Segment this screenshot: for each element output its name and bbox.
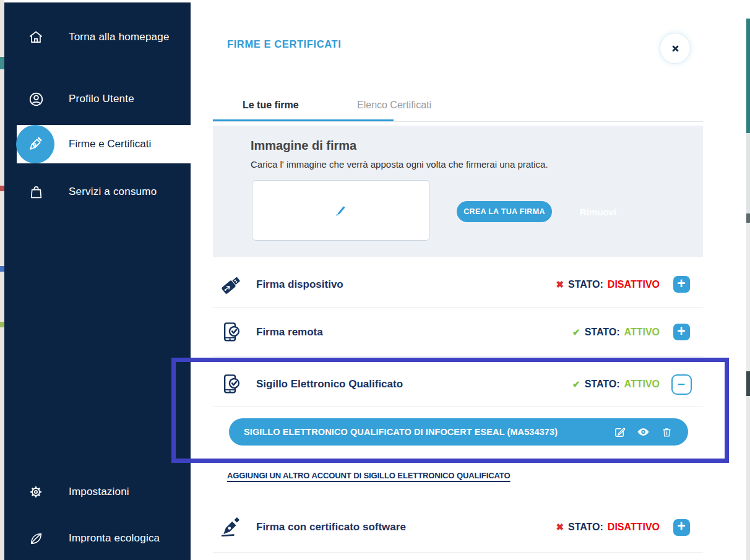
status-x-icon: ✖ bbox=[556, 279, 564, 290]
signature-preview-box[interactable] bbox=[252, 180, 430, 241]
collapse-sigillo-button[interactable]: − bbox=[671, 374, 692, 395]
status-badge: ✔ STATO: ATTIVO bbox=[572, 327, 660, 338]
signature-image-title: Immagine di firma bbox=[251, 139, 356, 153]
aggiungi-account-link[interactable]: AGGIUNGI UN ALTRO ACCOUNT DI SIGILLO ELE… bbox=[227, 471, 510, 480]
signature-row-certificato-software: Firma con certificato software ✖ STATO: … bbox=[213, 502, 703, 553]
row-label: Firma con certificato software bbox=[256, 521, 406, 533]
software-pen-icon bbox=[218, 514, 244, 541]
pen-nib-icon bbox=[27, 136, 44, 153]
eye-icon[interactable] bbox=[637, 426, 650, 439]
page-title: FIRME E CERTIFICATI bbox=[227, 38, 341, 50]
page-edge-right bbox=[746, 0, 750, 560]
status-badge: ✖ STATO: DISATTIVO bbox=[556, 522, 660, 533]
status-check-icon: ✔ bbox=[572, 327, 580, 338]
status-prefix: STATO: bbox=[568, 279, 603, 290]
status-value: DISATTIVO bbox=[608, 279, 660, 290]
signature-row-firma-remota: Firma remota ✔ STATO: ATTIVO + bbox=[213, 308, 703, 357]
sidebar-item-impostazioni[interactable]: Impostazioni bbox=[4, 480, 191, 504]
signature-image-panel: Immagine di firma Carica l' immagine che… bbox=[213, 126, 703, 257]
leaf-icon bbox=[27, 529, 45, 548]
expand-firma-dispositivo-button[interactable]: + bbox=[673, 276, 690, 293]
firme-certificati-screen: Torna alla homepage Profilo Utente Firme… bbox=[0, 0, 750, 560]
status-prefix: STATO: bbox=[585, 379, 620, 390]
sidebar-item-label: Profilo Utente bbox=[69, 93, 134, 105]
gear-icon bbox=[27, 483, 45, 501]
status-prefix: STATO: bbox=[568, 522, 603, 533]
signature-row-sigillo: Sigillo Elettronico Qualificato ✔ STATO:… bbox=[213, 362, 703, 407]
status-check-icon: ✔ bbox=[572, 379, 580, 390]
rimuovi-button[interactable]: Rimuovi bbox=[569, 201, 627, 222]
sidebar-item-label: Impostazioni bbox=[69, 486, 129, 498]
status-value: ATTIVO bbox=[624, 327, 660, 338]
usb-key-icon bbox=[218, 271, 244, 298]
row-label: Firma remota bbox=[256, 326, 323, 338]
home-icon bbox=[27, 28, 45, 46]
sidebar-item-impronta[interactable]: Impronta ecologica bbox=[4, 526, 191, 551]
sidebar-item-homepage[interactable]: Torna alla homepage bbox=[4, 25, 191, 50]
crea-la-tua-firma-button[interactable]: CREA LA TUA FIRMA bbox=[457, 201, 552, 222]
sidebar-item-label: Torna alla homepage bbox=[69, 31, 170, 43]
sidebar-item-label: Impronta ecologica bbox=[69, 532, 160, 545]
signature-image-description: Carica l' immagine che verrà apposta ogn… bbox=[251, 159, 548, 170]
phone-check-icon bbox=[218, 371, 244, 398]
sidebar-item-profilo[interactable]: Profilo Utente bbox=[4, 87, 191, 111]
status-badge: ✔ STATO: ATTIVO bbox=[572, 379, 660, 390]
edit-icon[interactable] bbox=[613, 426, 626, 439]
sigillo-account-label: SIGILLO ELETTRONICO QUALIFICATO DI INFOC… bbox=[244, 427, 558, 437]
sidebar-item-label: Servizi a consumo bbox=[69, 186, 157, 198]
user-icon bbox=[27, 90, 45, 108]
tabs-divider bbox=[213, 121, 703, 122]
signature-row-firma-dispositivo: Firma dispositivo ✖ STATO: DISATTIVO + bbox=[213, 262, 703, 308]
phone-check-icon bbox=[218, 319, 244, 346]
sidebar-item-firme-label[interactable]: Firme e Certificati bbox=[69, 125, 151, 163]
status-value: DISATTIVO bbox=[608, 522, 660, 533]
status-x-icon: ✖ bbox=[556, 522, 564, 533]
signature-pen-icon bbox=[334, 203, 348, 218]
close-button[interactable] bbox=[660, 33, 691, 64]
tab-elenco-certificati[interactable]: Elenco Certificati bbox=[357, 100, 431, 111]
sigillo-account-row: SIGILLO ELETTRONICO QUALIFICATO DI INFOC… bbox=[229, 418, 688, 446]
trash-icon[interactable] bbox=[660, 426, 673, 439]
row-label: Sigillo Elettronico Qualificato bbox=[256, 378, 403, 390]
bag-icon bbox=[27, 183, 45, 201]
x-icon bbox=[670, 43, 681, 54]
expand-firma-remota-button[interactable]: + bbox=[673, 324, 690, 340]
status-value: ATTIVO bbox=[624, 379, 660, 390]
page-edge-left bbox=[0, 0, 4, 560]
row-label: Firma dispositivo bbox=[256, 278, 343, 291]
tab-le-tue-firme[interactable]: Le tue firme bbox=[243, 100, 299, 111]
sidebar-item-servizi[interactable]: Servizi a consumo bbox=[4, 179, 191, 204]
sidebar-item-firme-icon-circle[interactable] bbox=[16, 125, 54, 163]
status-badge: ✖ STATO: DISATTIVO bbox=[556, 279, 660, 290]
status-prefix: STATO: bbox=[585, 327, 620, 338]
expand-certificato-software-button[interactable]: + bbox=[673, 519, 690, 536]
sidebar: Torna alla homepage Profilo Utente Firme… bbox=[4, 2, 191, 560]
active-tab-underline bbox=[213, 119, 394, 121]
